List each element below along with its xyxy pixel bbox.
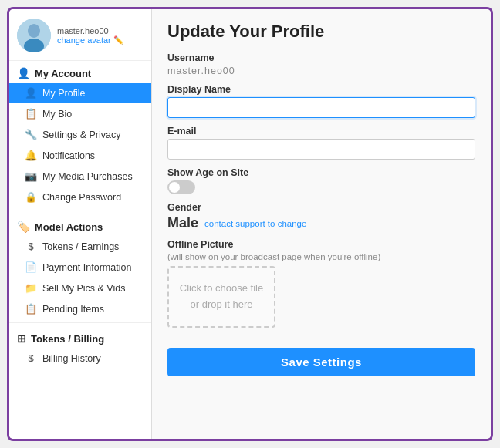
sidebar-item-billing-history[interactable]: $ Billing History — [9, 348, 151, 369]
sidebar-item-media-purchases[interactable]: 📷 My Media Purchases — [9, 166, 151, 187]
media-icon: 📷 — [25, 170, 37, 182]
tokens-billing-header: ⊞ Tokens / Billing — [9, 326, 151, 348]
email-label: E-mail — [167, 126, 475, 136]
sidebar-item-my-profile[interactable]: 👤 My Profile — [9, 83, 151, 103]
show-age-toggle-container — [167, 180, 475, 194]
profile-icon: 👤 — [25, 87, 37, 99]
display-name-label: Display Name — [167, 84, 475, 95]
file-drop-area[interactable]: Click to choose file or drop it here — [167, 266, 275, 328]
display-name-input[interactable] — [167, 97, 475, 118]
file-drop-line2: or drop it here — [191, 297, 253, 313]
model-actions-header: 🏷️ Model Actions — [9, 214, 151, 236]
sidebar-item-pending-items[interactable]: 📋 Pending Items — [9, 298, 151, 319]
edit-icon: ✏️ — [113, 35, 124, 45]
pics-icon: 📁 — [25, 282, 37, 294]
sidebar-item-tokens-earnings[interactable]: $ Tokens / Earnings — [9, 236, 151, 257]
lock-icon: 🔒 — [25, 191, 37, 203]
show-age-group: Show Age on Site — [167, 167, 475, 194]
avatar-username: master.heo00 — [57, 26, 124, 35]
save-settings-button[interactable]: Save Settings — [167, 348, 475, 376]
divider-1 — [9, 211, 151, 211]
gender-support-link[interactable]: contact support to change — [204, 219, 306, 228]
sidebar-item-sell-pics[interactable]: 📁 Sell My Pics & Vids — [9, 278, 151, 298]
sidebar-item-change-password[interactable]: 🔒 Change Password — [9, 187, 151, 207]
toggle-knob — [169, 182, 180, 193]
sidebar-item-settings-privacy[interactable]: 🔧 Settings & Privacy — [9, 124, 151, 145]
billing-icon: ⊞ — [17, 332, 26, 345]
show-age-toggle[interactable] — [167, 180, 195, 194]
display-name-group: Display Name — [167, 84, 475, 118]
my-account-icon: 👤 — [17, 67, 30, 79]
avatar-info: master.heo00 change avatar ✏️ — [57, 26, 124, 45]
sidebar-item-payment-info[interactable]: 📄 Payment Information — [9, 257, 151, 278]
bio-icon: 📋 — [25, 108, 37, 120]
username-label: Username — [167, 52, 475, 63]
notifications-icon: 🔔 — [25, 150, 37, 161]
gender-group: Gender Male contact support to change — [167, 202, 475, 231]
my-account-header: 👤 My Account — [9, 61, 151, 83]
sidebar: master.heo00 change avatar ✏️ 👤 My Accou… — [9, 9, 152, 439]
avatar-section: master.heo00 change avatar ✏️ — [9, 9, 151, 61]
offline-picture-desc: (will show on your broadcast page when y… — [167, 252, 475, 261]
username-group: Username master.heo00 — [167, 52, 475, 76]
offline-picture-label: Offline Picture — [167, 239, 475, 250]
dollar-icon: $ — [25, 241, 37, 252]
show-age-label: Show Age on Site — [167, 167, 475, 178]
page-title: Update Your Profile — [167, 22, 475, 42]
svg-point-1 — [28, 24, 40, 38]
avatar — [17, 19, 51, 52]
divider-2 — [9, 322, 151, 323]
sidebar-item-notifications[interactable]: 🔔 Notifications — [9, 145, 151, 166]
username-value: master.heo00 — [167, 66, 475, 76]
change-avatar-link[interactable]: change avatar ✏️ — [57, 35, 124, 45]
pending-icon: 📋 — [25, 303, 37, 315]
payment-icon: 📄 — [25, 261, 37, 273]
gender-row: Male contact support to change — [167, 215, 475, 231]
email-input[interactable] — [167, 139, 475, 160]
model-actions-icon: 🏷️ — [17, 221, 30, 233]
gender-value: Male — [167, 215, 198, 231]
billing-history-icon: $ — [25, 352, 37, 364]
offline-picture-group: Offline Picture (will show on your broad… — [167, 239, 475, 328]
main-content: Update Your Profile Username master.heo0… — [152, 9, 491, 439]
file-drop-line1: Click to choose file — [180, 281, 263, 297]
email-group: E-mail — [167, 126, 475, 160]
settings-icon: 🔧 — [25, 129, 37, 140]
sidebar-item-my-bio[interactable]: 📋 My Bio — [9, 103, 151, 124]
gender-label: Gender — [167, 202, 475, 213]
